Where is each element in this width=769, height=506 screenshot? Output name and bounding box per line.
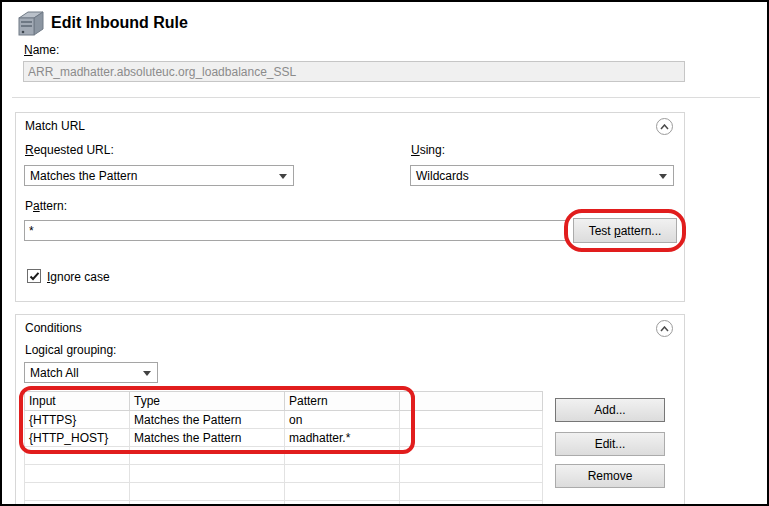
ignore-case-label: Ignore case <box>47 270 110 284</box>
dialog-title: Edit Inbound Rule <box>51 14 188 32</box>
column-header-pattern[interactable]: Pattern <box>285 392 400 411</box>
condition-input-cell: {HTTP_HOST} <box>25 429 130 447</box>
condition-row[interactable]: {HTTP_HOST} Matches the Pattern madhatte… <box>25 429 543 447</box>
chevron-up-icon <box>660 326 669 332</box>
requested-url-selected-value: Matches the Pattern <box>30 169 137 183</box>
pattern-input[interactable] <box>24 220 566 241</box>
ignore-case-checkbox[interactable] <box>27 269 41 283</box>
test-pattern-button[interactable]: Test pattern... <box>573 218 677 243</box>
empty-row <box>25 483 543 501</box>
add-button[interactable]: Add... <box>555 398 665 422</box>
match-url-section-title: Match URL <box>25 119 85 133</box>
condition-type-cell: Matches the Pattern <box>130 411 285 429</box>
logical-grouping-dropdown[interactable]: Match All <box>24 362 158 383</box>
edit-inbound-rule-dialog: Edit Inbound Rule Name: Match URL Reques… <box>0 0 769 506</box>
column-header-empty <box>400 392 543 411</box>
conditions-section: Conditions Logical grouping: Match All I… <box>15 314 685 506</box>
condition-input-cell: {HTTPS} <box>25 411 130 429</box>
using-dropdown[interactable]: Wildcards <box>410 165 674 186</box>
condition-pattern-cell: madhatter.* <box>285 429 400 447</box>
chevron-down-icon <box>659 174 667 179</box>
column-header-type[interactable]: Type <box>130 392 285 411</box>
empty-row <box>25 501 543 506</box>
condition-pattern-cell: on <box>285 411 400 429</box>
using-label: Using: <box>411 143 445 157</box>
remove-button[interactable]: Remove <box>555 464 665 488</box>
empty-row <box>25 465 543 483</box>
requested-url-label: Requested URL: <box>25 143 114 157</box>
column-header-input[interactable]: Input <box>25 392 130 411</box>
conditions-collapse-button[interactable] <box>656 320 673 337</box>
name-label: Name: <box>24 43 59 57</box>
match-url-section: Match URL Requested URL: Matches the Pat… <box>15 112 685 302</box>
edit-rule-icon <box>14 9 48 41</box>
edit-button[interactable]: Edit... <box>555 432 665 456</box>
logical-grouping-label: Logical grouping: <box>25 343 116 357</box>
condition-row[interactable]: {HTTPS} Matches the Pattern on <box>25 411 543 429</box>
chevron-down-icon <box>143 371 151 376</box>
condition-type-cell: Matches the Pattern <box>130 429 285 447</box>
chevron-down-icon <box>279 174 287 179</box>
pattern-label: Pattern: <box>25 199 67 213</box>
empty-row <box>25 447 543 465</box>
using-selected-value: Wildcards <box>416 169 469 183</box>
header-divider <box>12 97 760 98</box>
conditions-section-title: Conditions <box>25 321 82 335</box>
rule-name-field <box>23 61 685 82</box>
chevron-up-icon <box>660 124 669 130</box>
logical-grouping-selected-value: Match All <box>30 366 79 380</box>
check-icon <box>29 271 40 282</box>
conditions-table: Input Type Pattern {HTTPS} Matches the P… <box>24 391 543 506</box>
conditions-table-header-row: Input Type Pattern <box>25 392 543 411</box>
requested-url-dropdown[interactable]: Matches the Pattern <box>24 165 294 186</box>
match-url-collapse-button[interactable] <box>656 118 673 135</box>
